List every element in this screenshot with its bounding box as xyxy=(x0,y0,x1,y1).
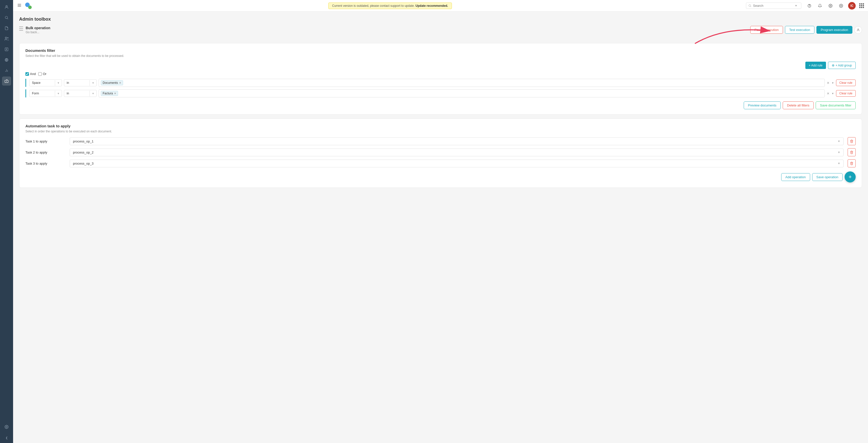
clear-rule-button-1[interactable]: Clear rule xyxy=(836,90,856,97)
topbar-menu-icon[interactable] xyxy=(17,3,22,8)
test-execution-button[interactable]: Test execution xyxy=(785,26,814,34)
fab-button[interactable]: + xyxy=(845,171,856,182)
and-checkbox-label[interactable]: And xyxy=(25,72,36,76)
documents-filter-title: Documents filter xyxy=(25,48,856,53)
filter-tag: Factura✕ xyxy=(101,91,118,96)
automation-subtitle: Select in order the operations to be exe… xyxy=(25,129,856,133)
task-chevron-icon-2[interactable]: ▼ xyxy=(838,162,840,165)
filter-tag-remove-icon[interactable]: ✕ xyxy=(119,81,121,85)
filter-tag-remove-icon[interactable]: ✕ xyxy=(114,92,116,95)
sidebar-item-chart[interactable] xyxy=(2,66,11,75)
pause-execution-button[interactable]: Pause execution xyxy=(750,26,783,34)
help-icon[interactable] xyxy=(806,2,813,9)
notification-icon[interactable] xyxy=(816,2,824,9)
and-checkbox[interactable] xyxy=(25,72,29,76)
search-chevron-icon[interactable]: ▼ xyxy=(795,4,797,7)
filter-operator-select-1[interactable]: in ▼ xyxy=(64,90,97,97)
svg-point-10 xyxy=(6,426,7,427)
svg-point-1 xyxy=(5,17,7,19)
filter-field-select-0[interactable]: Space ▼ xyxy=(29,79,62,86)
apps-icon[interactable] xyxy=(859,3,864,8)
sidebar-item-dashboard[interactable] xyxy=(2,2,11,11)
sidebar-item-toolbox[interactable] xyxy=(2,77,11,86)
save-operation-button[interactable]: Save operation xyxy=(812,173,843,181)
sidebar-item-search[interactable] xyxy=(2,13,11,22)
user-settings-icon[interactable] xyxy=(855,26,862,34)
notice-banner: Current version is outdated, please cont… xyxy=(328,2,452,9)
task-delete-button-0[interactable] xyxy=(848,137,856,145)
task-delete-button-2[interactable] xyxy=(848,159,856,167)
documents-filter-subtitle: Select the filter that will be used to o… xyxy=(25,54,856,58)
preview-documents-button[interactable]: Preview documents xyxy=(744,101,781,109)
filter-field-select-1[interactable]: Form ▼ xyxy=(29,90,62,97)
notice-bold: Update recommended. xyxy=(415,4,448,7)
svg-point-17 xyxy=(830,5,831,6)
add-group-label: + Add group xyxy=(836,64,852,67)
task-chevron-icon-1[interactable]: ▼ xyxy=(838,151,840,154)
task-row-1: Task 2 to apply process_op_2 ▼ xyxy=(25,148,856,156)
svg-point-19 xyxy=(858,29,859,30)
search-input[interactable] xyxy=(753,4,793,7)
sidebar-item-documents[interactable] xyxy=(2,24,11,33)
clear-rule-button-0[interactable]: Clear rule xyxy=(836,80,856,86)
breadcrumb-text: Bulk operation Go back... xyxy=(26,26,50,34)
add-rule-button[interactable]: + Add rule xyxy=(805,62,826,69)
user-avatar[interactable]: IC xyxy=(848,2,856,9)
task-chevron-icon-0[interactable]: ▼ xyxy=(838,140,840,143)
sidebar: ❮ xyxy=(0,0,13,443)
sidebar-item-settings[interactable] xyxy=(2,422,11,432)
and-label: And xyxy=(30,72,36,76)
automation-title: Automation task to apply xyxy=(25,124,856,128)
task-select-1[interactable]: process_op_2 ▼ xyxy=(70,148,844,156)
documents-filter-card: Documents filter Select the filter that … xyxy=(19,43,862,115)
or-checkbox[interactable] xyxy=(38,72,42,76)
task-select-0[interactable]: process_op_1 ▼ xyxy=(70,138,844,145)
add-operation-button[interactable]: Add operation xyxy=(781,173,810,181)
delete-all-filters-button[interactable]: Delete all filters xyxy=(783,101,814,109)
filter-field-chevron-1[interactable]: ▼ xyxy=(55,91,62,96)
filter-operator-select-0[interactable]: in ▼ xyxy=(64,79,97,86)
add-group-button[interactable]: ⊕ + Add group xyxy=(828,62,856,69)
filter-rules-container: Space ▼ in ▼ Documents✕ ✕ ▼ Clear rule F… xyxy=(25,79,856,97)
filter-rule-expand-icon-1[interactable]: ▼ xyxy=(832,92,834,95)
bottom-action-row: Add operation Save operation + xyxy=(25,171,856,182)
task-value-1: process_op_2 xyxy=(73,150,838,154)
filter-rule-close-icon-0[interactable]: ✕ xyxy=(827,81,830,85)
task-rows-container: Task 1 to apply process_op_1 ▼ Task 2 to… xyxy=(25,137,856,167)
connections-icon[interactable] xyxy=(838,2,845,9)
sidebar-collapse-button[interactable]: ❮ xyxy=(2,435,11,441)
filter-tag-area-1[interactable]: Factura✕ xyxy=(99,89,825,97)
task-select-2[interactable]: process_op_3 ▼ xyxy=(70,159,844,167)
filter-rule-close-icon-1[interactable]: ✕ xyxy=(827,92,830,95)
filter-field-chevron-0[interactable]: ▼ xyxy=(55,80,62,86)
filter-operator-chevron-0[interactable]: ▼ xyxy=(90,80,96,86)
filter-operator-value-0: in xyxy=(64,80,90,86)
filter-operator-chevron-1[interactable]: ▼ xyxy=(90,91,96,96)
save-documents-filter-button[interactable]: Save documents filter xyxy=(816,101,856,109)
search-icon xyxy=(748,4,751,7)
or-checkbox-label[interactable]: Or xyxy=(38,72,46,76)
sidebar-item-globe[interactable] xyxy=(2,55,11,64)
filter-rule-row-1: Form ▼ in ▼ Factura✕ ✕ ▼ Clear rule xyxy=(25,89,856,97)
topbar-notice-area: Current version is outdated, please cont… xyxy=(37,2,743,9)
svg-point-0 xyxy=(6,5,7,7)
search-box[interactable]: ▼ xyxy=(746,2,801,9)
task-row-2: Task 3 to apply process_op_3 ▼ xyxy=(25,159,856,167)
filter-rule-row-0: Space ▼ in ▼ Documents✕ ✕ ▼ Clear rule xyxy=(25,79,856,87)
task-delete-button-1[interactable] xyxy=(848,148,856,156)
svg-point-14 xyxy=(749,4,751,6)
task-label-2: Task 3 to apply xyxy=(25,161,66,166)
breadcrumb-title: Bulk operation xyxy=(26,26,50,30)
circle-plus-icon: ⊕ xyxy=(832,63,835,67)
filter-rule-expand-icon-0[interactable]: ▼ xyxy=(832,82,834,84)
task-value-0: process_op_1 xyxy=(73,140,838,143)
svg-point-2 xyxy=(5,37,7,38)
breadcrumb: Bulk operation Go back... xyxy=(19,26,50,34)
sidebar-item-people[interactable] xyxy=(2,34,11,43)
topbar-icons: IC xyxy=(806,2,864,9)
breadcrumb-sub[interactable]: Go back... xyxy=(26,30,50,34)
filter-tag-area-0[interactable]: Documents✕ xyxy=(99,79,825,87)
settings-icon[interactable] xyxy=(827,2,834,9)
program-execution-button[interactable]: Program execution xyxy=(816,26,852,34)
sidebar-item-list[interactable] xyxy=(2,45,11,54)
